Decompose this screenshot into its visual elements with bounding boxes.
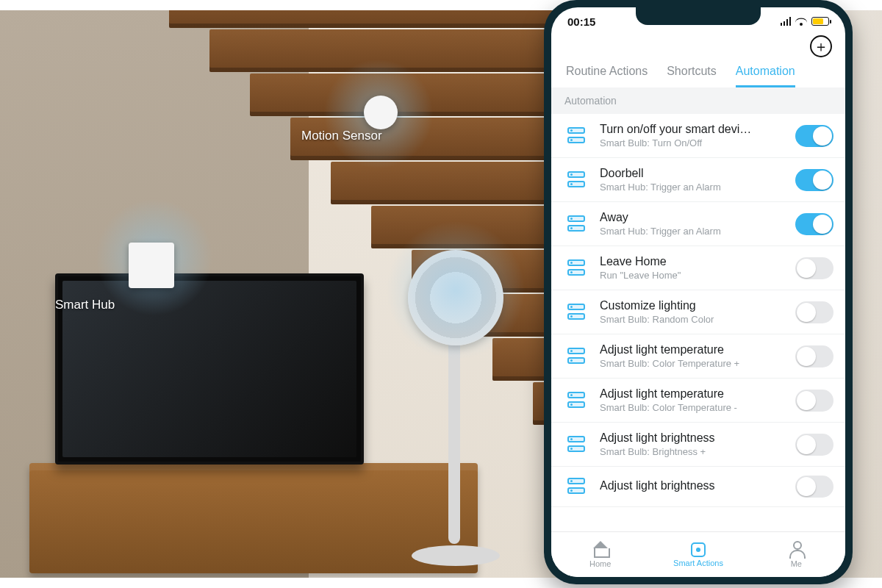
automation-toggle[interactable]	[795, 301, 833, 323]
automation-text: Leave HomeRun "Leave Home"	[600, 255, 785, 281]
automation-title: Customize lighting	[600, 299, 785, 312]
motion-sensor-device	[364, 96, 398, 129]
automation-title: Adjust light brightness	[600, 431, 785, 445]
tab-automation[interactable]: Automation	[736, 65, 795, 87]
automation-title: Leave Home	[600, 255, 785, 268]
smart-hub-device	[129, 243, 174, 288]
automation-subtitle: Smart Bulb: Brightness +	[600, 446, 785, 457]
automation-toggle[interactable]	[795, 390, 833, 412]
automation-subtitle: Smart Bulb: Color Temperature +	[600, 358, 785, 369]
toggle-knob	[797, 435, 816, 454]
automation-toggle[interactable]	[795, 125, 833, 147]
nav-label: Smart Actions	[673, 559, 723, 567]
automation-subtitle: Smart Bulb: Color Temperature -	[600, 402, 785, 413]
tab-routine-actions[interactable]: Routine Actions	[566, 65, 648, 87]
automation-text: Customize lightingSmart Bulb: Random Col…	[600, 299, 785, 325]
wifi-icon	[795, 17, 807, 26]
toggle-knob	[813, 126, 832, 146]
toggle-knob	[797, 477, 816, 496]
automation-title: Adjust light brightness	[600, 479, 785, 492]
automation-toggle[interactable]	[795, 169, 833, 191]
automation-row[interactable]: Customize lightingSmart Bulb: Random Col…	[551, 290, 845, 334]
tab-label: Routine Actions	[566, 65, 648, 77]
automation-text: Adjust light temperatureSmart Bulb: Colo…	[600, 387, 785, 413]
automation-text: Turn on/off your smart devi…Smart Bulb: …	[600, 123, 785, 148]
automation-icon	[564, 434, 589, 455]
tv-cabinet	[29, 463, 478, 573]
automation-subtitle: Smart Bulb: Random Color	[600, 314, 785, 325]
toggle-knob	[797, 303, 816, 322]
automation-subtitle: Smart Hub: Trigger an Alarm	[600, 226, 785, 237]
toggle-knob	[813, 171, 832, 190]
automation-toggle[interactable]	[795, 257, 833, 279]
automation-toggle[interactable]	[795, 434, 833, 456]
automation-subtitle: Run "Leave Home"	[600, 270, 785, 281]
automation-title: Turn on/off your smart devi…	[600, 123, 785, 136]
automation-row[interactable]: Adjust light temperatureSmart Bulb: Colo…	[551, 379, 845, 423]
automation-icon	[564, 302, 589, 323]
tab-label: Automation	[736, 65, 795, 77]
automation-icon	[564, 214, 589, 234]
automation-text: Adjust light brightnessSmart Bulb: Brigh…	[600, 431, 785, 457]
smart-actions-icon	[691, 542, 706, 557]
tab-bar: Routine ActionsShortcutsAutomation	[551, 59, 845, 87]
automation-text: Adjust light temperatureSmart Bulb: Colo…	[600, 343, 785, 369]
add-button[interactable]: ＋	[810, 35, 832, 57]
status-time: 00:15	[567, 15, 595, 28]
phone-screen: 00:15 ＋ Routine ActionsShortcutsAutomati…	[551, 7, 845, 577]
automation-title: Doorbell	[600, 167, 785, 180]
automation-row[interactable]: DoorbellSmart Hub: Trigger an Alarm	[551, 158, 845, 202]
bottom-nav: HomeSmart ActionsMe	[551, 531, 845, 577]
automation-text: DoorbellSmart Hub: Trigger an Alarm	[600, 167, 785, 193]
automation-toggle[interactable]	[795, 345, 833, 368]
automation-icon	[564, 126, 589, 146]
fan-halo	[386, 220, 526, 360]
callout-smart-hub: Smart Hub	[55, 298, 115, 312]
screen-header: ＋	[551, 35, 845, 59]
automation-row[interactable]: Adjust light brightnessSmart Bulb: Brigh…	[551, 423, 845, 467]
battery-icon	[811, 17, 829, 26]
toggle-knob	[813, 215, 832, 234]
automation-title: Away	[600, 211, 785, 224]
automation-icon	[564, 390, 589, 411]
automation-subtitle: Smart Bulb: Turn On/Off	[600, 137, 785, 148]
section-label: Automation	[551, 87, 845, 114]
toggle-knob	[797, 391, 816, 410]
plus-icon: ＋	[814, 39, 828, 54]
me-icon	[788, 541, 804, 557]
fan-pole	[448, 338, 460, 544]
automation-title: Adjust light temperature	[600, 343, 785, 356]
automation-text: Adjust light brightness	[600, 479, 785, 494]
home-icon	[592, 541, 609, 557]
callout-motion-sensor: Motion Sensor	[301, 129, 382, 143]
automation-toggle[interactable]	[795, 476, 833, 498]
signal-icon	[781, 17, 792, 26]
phone-frame: 00:15 ＋ Routine ActionsShortcutsAutomati…	[544, 0, 853, 584]
fan-base	[412, 545, 500, 566]
automation-icon	[564, 346, 589, 367]
automation-row[interactable]: AwaySmart Hub: Trigger an Alarm	[551, 202, 845, 246]
automation-toggle[interactable]	[795, 213, 833, 235]
automation-icon	[564, 476, 589, 497]
nav-label: Me	[791, 559, 802, 568]
automation-icon	[564, 170, 589, 190]
toggle-knob	[797, 259, 816, 278]
toggle-knob	[797, 347, 816, 366]
nav-label: Home	[589, 559, 611, 568]
status-icons	[781, 17, 830, 26]
automation-title: Adjust light temperature	[600, 387, 785, 401]
tab-label: Shortcuts	[667, 65, 717, 77]
tab-shortcuts[interactable]: Shortcuts	[667, 65, 717, 87]
phone-notch	[636, 7, 761, 25]
automation-list[interactable]: Turn on/off your smart devi…Smart Bulb: …	[551, 114, 845, 531]
automation-row[interactable]: Adjust light brightness	[551, 467, 845, 507]
nav-home[interactable]: Home	[567, 541, 634, 568]
nav-smart-actions[interactable]: Smart Actions	[665, 542, 731, 567]
nav-me[interactable]: Me	[763, 541, 829, 568]
automation-row[interactable]: Leave HomeRun "Leave Home"	[551, 246, 845, 290]
automation-text: AwaySmart Hub: Trigger an Alarm	[600, 211, 785, 237]
automation-subtitle: Smart Hub: Trigger an Alarm	[600, 182, 785, 193]
automation-row[interactable]: Adjust light temperatureSmart Bulb: Colo…	[551, 334, 845, 379]
automation-icon	[564, 258, 589, 279]
automation-row[interactable]: Turn on/off your smart devi…Smart Bulb: …	[551, 114, 845, 158]
